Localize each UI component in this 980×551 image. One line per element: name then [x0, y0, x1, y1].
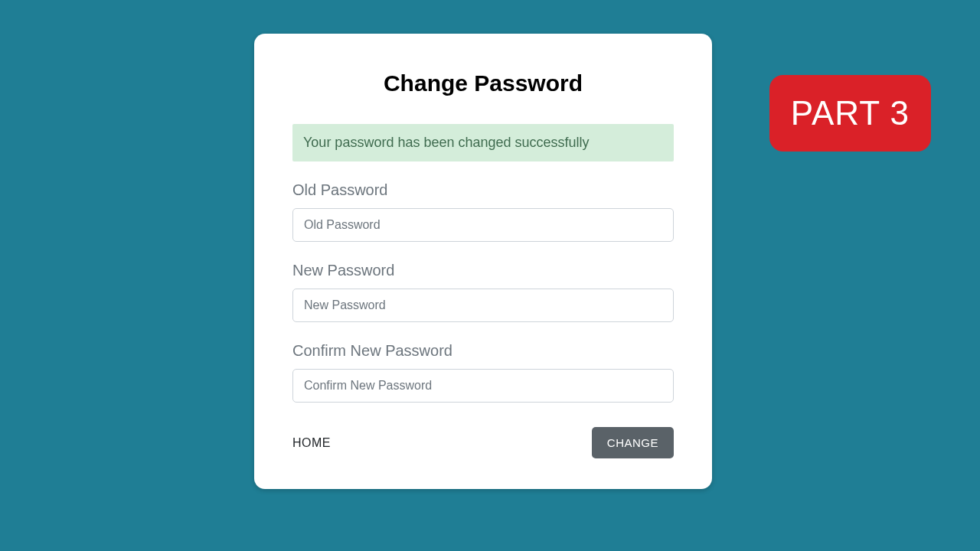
actions-row: HOME CHANGE: [292, 427, 674, 458]
new-password-label: New Password: [292, 262, 674, 279]
old-password-group: Old Password: [292, 181, 674, 242]
old-password-label: Old Password: [292, 181, 674, 199]
confirm-password-label: Confirm New Password: [292, 342, 674, 360]
old-password-input[interactable]: [292, 208, 674, 242]
home-link[interactable]: HOME: [292, 436, 331, 450]
part-badge: PART 3: [769, 75, 931, 152]
new-password-group: New Password: [292, 262, 674, 322]
confirm-password-group: Confirm New Password: [292, 342, 674, 403]
change-button[interactable]: CHANGE: [592, 427, 674, 458]
new-password-input[interactable]: [292, 289, 674, 322]
card-title: Change Password: [292, 70, 674, 96]
confirm-password-input[interactable]: [292, 369, 674, 403]
change-password-card: Change Password Your password has been c…: [254, 34, 712, 489]
success-alert: Your password has been changed successfu…: [292, 124, 674, 161]
